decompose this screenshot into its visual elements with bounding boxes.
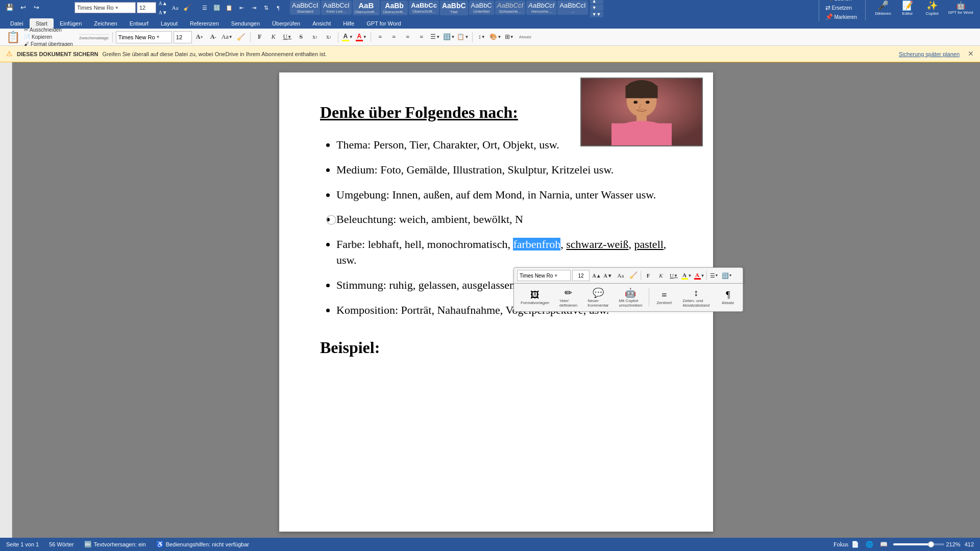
document-page[interactable]: Denke über Folgendes nach: Thema: Person…	[279, 72, 713, 532]
save-quick-btn[interactable]: 💾	[4, 2, 15, 13]
style-kein-lee[interactable]: AaBbCcI Kein Lee...	[321, 1, 351, 15]
numbered-list-btn[interactable]: 🔢▼	[443, 31, 455, 43]
copy-btn[interactable]: 📄 Kopieren	[22, 34, 75, 40]
reader-view-btn[interactable]: 📖	[879, 539, 889, 549]
style-ueberschrift1[interactable]: AaB Überschrift...	[353, 0, 380, 15]
bullets-btn-top[interactable]: ☰	[199, 2, 210, 13]
copilot-btn[interactable]: ✨ Copilot	[921, 0, 943, 17]
ft-bold-btn[interactable]: F	[643, 270, 654, 281]
ft-new-comment-btn[interactable]: 💬 NeuerKommentar	[584, 286, 612, 309]
zoom-handle[interactable]	[928, 541, 934, 547]
style-standard[interactable]: AaBbCcI Standard	[290, 1, 320, 15]
style-titel[interactable]: AaBbC Titel	[440, 1, 468, 15]
tab-gptforword[interactable]: GPT for Word	[360, 18, 407, 29]
ft-case-btn[interactable]: Aa	[615, 270, 626, 281]
decrease-font-btn[interactable]: A▼	[157, 8, 168, 17]
decrease-indent-btn[interactable]: ⇤	[236, 2, 247, 13]
ft-highlight-arrow[interactable]: ▼	[688, 273, 692, 278]
ft-define-color-btn[interactable]: ✏ 'rben'definieren	[556, 286, 581, 309]
cut-btn[interactable]: ✂ Ausschneiden	[22, 27, 75, 33]
font-dropdown-arrow[interactable]: ▼	[115, 6, 119, 10]
tab-sendungen[interactable]: Sendungen	[225, 18, 266, 29]
tab-referenzen[interactable]: Referenzen	[184, 18, 225, 29]
ft-bullets-btn[interactable]: ☰▼	[708, 270, 720, 281]
align-right-btn[interactable]: ≡	[402, 31, 414, 43]
underline-btn[interactable]: U▼	[281, 31, 293, 43]
zoom-slider[interactable]	[893, 543, 944, 545]
strikethrough-btn[interactable]: S	[295, 31, 307, 43]
clear-all-fmt-btn[interactable]: 🧹	[235, 31, 247, 43]
style-hervorhe[interactable]: AaBbCcI Hervorhe...	[526, 1, 556, 15]
ft-center-btn[interactable]: ≡ Zentriert	[652, 288, 676, 307]
border-btn[interactable]: ⊞▼	[503, 31, 516, 43]
increase-font-btn[interactable]: A▲	[157, 0, 168, 8]
line-spacing-btn[interactable]: ↕▼	[476, 31, 488, 43]
font-case-btn[interactable]: Aa▼	[221, 31, 233, 43]
gpt-btn[interactable]: 🤖 GPT for Word	[945, 0, 976, 16]
ft-font-color-btn[interactable]: A ▼	[694, 270, 705, 281]
warning-action-btn[interactable]: Sicherung später planen	[899, 51, 960, 57]
warning-close-btn[interactable]: ✕	[968, 49, 974, 58]
ft-numbered-btn[interactable]: 🔢▼	[721, 270, 732, 281]
bold-btn[interactable]: F	[254, 31, 266, 43]
ft-underline-btn[interactable]: U▼	[668, 270, 679, 281]
bullets-btn[interactable]: ☰▼	[429, 31, 442, 43]
justify-btn[interactable]: ≡	[415, 31, 428, 43]
web-view-btn[interactable]: 🌐	[865, 539, 875, 549]
multilevel-btn-top[interactable]: 📋	[224, 2, 235, 13]
ft-highlight-btn[interactable]: A ▼	[681, 270, 692, 281]
align-center-btn[interactable]: ≡	[388, 31, 400, 43]
ft-absatz-btn[interactable]: ¶ Absatz	[716, 288, 740, 307]
ribbon-font-name[interactable]: Times New Ro ▼	[116, 31, 172, 43]
focus-btn[interactable]: Fokus	[836, 539, 846, 549]
style-untertitel[interactable]: AaBbC Untertitel	[469, 1, 494, 15]
font-name-box[interactable]: Times New Ro ▼	[75, 2, 136, 13]
text-highlight-btn[interactable]: A ▼	[341, 31, 354, 43]
print-view-btn[interactable]: 📄	[850, 539, 861, 549]
ft-clear-btn[interactable]: 🧹	[628, 270, 639, 281]
align-left-btn[interactable]: ≡	[374, 31, 386, 43]
show-marks-btn[interactable]: ¶	[273, 2, 284, 13]
content-area[interactable]: Denke über Folgendes nach: Thema: Person…	[12, 62, 980, 538]
ft-fontcolor-arrow[interactable]: ▼	[701, 273, 705, 278]
tab-layout[interactable]: Layout	[155, 18, 184, 29]
undo-quick-btn[interactable]: ↩	[17, 2, 29, 13]
ft-copilot-rewrite-btn[interactable]: 🤖 Mit Copilotumschreiben	[616, 286, 646, 309]
italic-btn[interactable]: K	[267, 31, 280, 43]
ft-shrink-btn[interactable]: A▼	[602, 270, 614, 281]
change-case-btn[interactable]: Aa	[169, 2, 181, 13]
paste-btn[interactable]: 📋 ✂ Ausschneiden 📄 Kopieren 🖌 Format übe…	[4, 26, 77, 48]
style-scroll-up[interactable]: ▲	[590, 0, 603, 4]
style-expand[interactable]: ▼▼	[590, 11, 603, 17]
numbers-btn-top[interactable]: 🔢	[211, 2, 223, 13]
font-color-dropdown-icon[interactable]: ▼	[363, 35, 367, 39]
style-ueberschrift3[interactable]: AaBbCc Überschrift...	[409, 1, 439, 15]
style-schwache-hv[interactable]: AaBbCcI Schwache...	[495, 1, 525, 15]
font-size-box[interactable]: 12	[137, 2, 156, 13]
ft-italic-btn[interactable]: K	[655, 270, 667, 281]
ft-grow-btn[interactable]: A▲	[591, 270, 602, 281]
style-more[interactable]: AaBbCcI ...	[557, 1, 587, 15]
font-shrink-btn[interactable]: A-	[207, 31, 219, 43]
ribbon-font-size[interactable]: 12	[174, 31, 192, 43]
dictate-btn[interactable]: 🎤 Diktieren	[872, 0, 894, 17]
multilevel-list-btn[interactable]: 📋▼	[457, 31, 469, 43]
redo-quick-btn[interactable]: ↪	[31, 2, 42, 13]
subscript-btn[interactable]: x2	[309, 31, 321, 43]
font-grow-btn[interactable]: A+	[193, 31, 206, 43]
highlight-dropdown-icon[interactable]: ▼	[349, 35, 353, 39]
mark-btn[interactable]: 📌 Markieren	[823, 13, 859, 21]
replace-btn[interactable]: ⇄ Ersetzen	[823, 4, 859, 12]
ft-formatvorlagen-btn[interactable]: 🖼 Formatvorlagen	[517, 288, 553, 307]
superscript-btn[interactable]: x2	[323, 31, 335, 43]
font-color-btn[interactable]: A ▼	[355, 31, 368, 43]
tab-hilfe[interactable]: Hilfe	[337, 18, 360, 29]
ft-font-arrow[interactable]: ▼	[554, 273, 558, 278]
shading-btn[interactable]: 🎨▼	[489, 31, 502, 43]
ft-line-spacing-btn[interactable]: ↕ Zeilen- undAbsatzabstand	[679, 286, 713, 309]
sort-btn[interactable]: ⇅	[260, 2, 272, 13]
ft-font-size[interactable]: 12	[572, 270, 590, 281]
style-scroll-down[interactable]: ▼	[590, 5, 603, 11]
increase-indent-btn[interactable]: ⇥	[248, 2, 259, 13]
tab-entwurf[interactable]: Entwurf	[124, 18, 155, 29]
